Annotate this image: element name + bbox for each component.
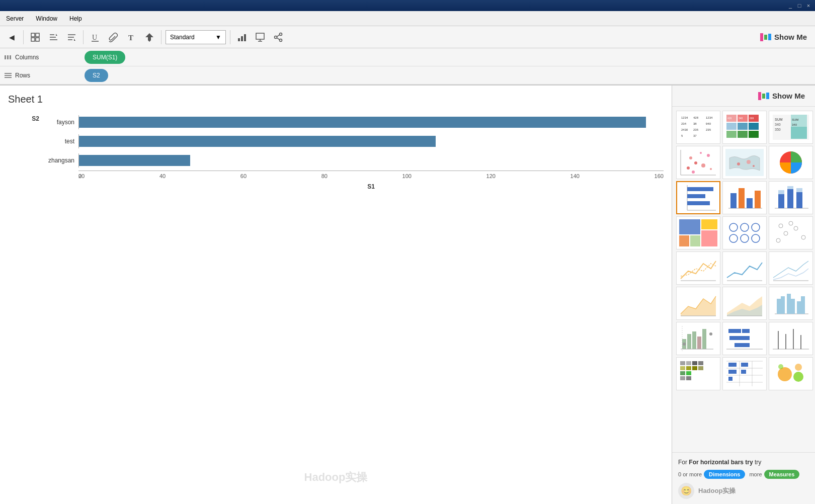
show-me-label: Show Me xyxy=(774,33,807,41)
y-label-zhangsan: zhangsan xyxy=(43,153,78,167)
svg-rect-153 xyxy=(686,376,691,380)
svg-rect-48 xyxy=(726,131,737,138)
svg-rect-14 xyxy=(241,36,243,41)
dimensions-badge[interactable]: Dimensions xyxy=(704,470,745,479)
text-button[interactable]: T xyxy=(124,30,139,45)
thumb-text-table-2[interactable] xyxy=(722,357,767,390)
rows-icon xyxy=(4,71,12,79)
maximize-button[interactable]: □ xyxy=(795,1,804,10)
columns-pill[interactable]: SUM(S1) xyxy=(85,51,125,64)
paperclip-button[interactable] xyxy=(106,30,121,45)
svg-rect-98 xyxy=(701,230,717,246)
footer-badges: 0 or more Dimensions more Measures xyxy=(678,470,809,479)
watermark: Hadoop实操 xyxy=(304,470,368,485)
watermark-text: Hadoop实操 xyxy=(698,486,736,495)
sheet-title: Sheet 1 xyxy=(8,94,664,105)
presentation-button[interactable] xyxy=(253,30,268,45)
svg-rect-145 xyxy=(698,361,703,365)
menu-window[interactable]: Window xyxy=(34,14,59,23)
show-me-button[interactable]: Show Me xyxy=(756,31,811,43)
svg-rect-142 xyxy=(680,361,685,365)
thumb-area-chart[interactable] xyxy=(676,287,720,320)
svg-rect-122 xyxy=(801,296,805,314)
thumb-horizontal-bars[interactable] xyxy=(676,181,720,214)
svg-rect-24 xyxy=(5,55,6,59)
bar-chart-button[interactable] xyxy=(234,30,250,45)
thumb-bubble-chart[interactable] xyxy=(769,357,813,390)
thumb-dual-chart[interactable] xyxy=(676,322,720,355)
svg-rect-25 xyxy=(7,55,9,59)
svg-rect-86 xyxy=(755,191,761,208)
svg-rect-1 xyxy=(36,33,39,37)
menu-help[interactable]: Help xyxy=(67,14,84,23)
thumb-line-chart-3[interactable] xyxy=(769,251,813,285)
show-me-panel-header: Show Me xyxy=(672,86,815,107)
dimensions-badge-group: 0 or more Dimensions xyxy=(678,470,745,479)
svg-rect-46 xyxy=(738,123,748,130)
rows-pill[interactable]: S2 xyxy=(85,69,108,82)
svg-rect-78 xyxy=(687,187,713,191)
thumb-bar-chart[interactable] xyxy=(722,181,767,214)
svg-rect-79 xyxy=(687,194,705,198)
share-button[interactable] xyxy=(271,30,286,45)
thumb-scatter[interactable] xyxy=(676,146,720,179)
svg-rect-161 xyxy=(728,370,737,374)
svg-rect-125 xyxy=(692,331,696,349)
thumb-bar-chart-2[interactable] xyxy=(769,287,813,320)
thumb-scatter2[interactable] xyxy=(769,216,813,249)
standard-dropdown[interactable]: Standard ▼ xyxy=(166,30,226,44)
menu-server[interactable]: Server xyxy=(4,14,26,23)
svg-rect-152 xyxy=(680,376,685,380)
thumb-circle-view[interactable] xyxy=(722,216,767,249)
svg-line-23 xyxy=(277,35,280,37)
columns-label: Columns xyxy=(4,53,85,61)
svg-rect-163 xyxy=(741,363,748,367)
svg-point-103 xyxy=(741,234,749,242)
svg-point-21 xyxy=(280,39,282,41)
y-label-fayson: fayson xyxy=(43,115,78,129)
thumb-line-chart-2[interactable] xyxy=(722,251,767,285)
svg-rect-91 xyxy=(778,190,784,194)
svg-rect-95 xyxy=(679,235,689,246)
back-button[interactable]: ◀ xyxy=(4,30,19,45)
sort-desc-button[interactable] xyxy=(64,30,79,45)
thumb-stacked-bar[interactable] xyxy=(769,181,813,214)
svg-rect-119 xyxy=(787,294,791,314)
columns-shelf: Columns SUM(S1) xyxy=(0,48,815,66)
svg-text:699: 699 xyxy=(750,117,754,120)
thumb-map[interactable] xyxy=(722,146,767,179)
sort-asc-button[interactable] xyxy=(46,30,61,45)
columns-shelf-label: Columns xyxy=(15,54,39,61)
measures-badge[interactable]: Measures xyxy=(764,470,800,479)
more-label: more xyxy=(749,471,762,477)
separator-3 xyxy=(161,30,161,44)
svg-point-165 xyxy=(778,367,792,381)
pin-button[interactable] xyxy=(142,30,157,45)
thumb-text-table[interactable]: 1234 428 1234 234 38 940 2430 235 235 5 … xyxy=(676,111,720,144)
svg-point-69 xyxy=(710,168,712,170)
shelf-area: Columns SUM(S1) Rows S2 xyxy=(0,48,815,86)
bars-wrapper: fayson test zhangsan xyxy=(43,113,664,190)
thumb-line-chart[interactable] xyxy=(676,251,720,285)
minimize-button[interactable]: _ xyxy=(786,1,795,10)
show-me-panel-title[interactable]: Show Me xyxy=(754,90,809,102)
thumb-pie[interactable] xyxy=(769,146,813,179)
svg-point-130 xyxy=(709,332,712,335)
x-tick-100: 100 xyxy=(402,173,412,179)
chart-thumbnail-grid: 1234 428 1234 234 38 940 2430 235 235 5 … xyxy=(672,107,815,394)
sort-asc-icon xyxy=(48,32,58,42)
svg-rect-13 xyxy=(238,38,240,41)
bar-row-zhangsan: zhangsan xyxy=(43,151,664,170)
thumb-area-chart-2[interactable] xyxy=(722,287,767,320)
underline-button[interactable]: U xyxy=(88,30,103,45)
thumb-gantt-chart[interactable] xyxy=(722,322,767,355)
x-tick-40: 40 xyxy=(159,173,166,179)
grid-icon-button[interactable] xyxy=(28,30,43,45)
thumb-bullet-chart[interactable] xyxy=(769,322,813,355)
thumb-highlight-table-2[interactable] xyxy=(676,357,720,390)
close-button[interactable]: × xyxy=(804,1,813,10)
thumb-heat-map[interactable]: SUM 340 350 SUM 340 xyxy=(769,111,813,144)
thumb-highlight-table[interactable]: 426 340 699 xyxy=(722,111,767,144)
thumb-treemap[interactable] xyxy=(676,216,720,249)
svg-rect-143 xyxy=(686,361,691,365)
